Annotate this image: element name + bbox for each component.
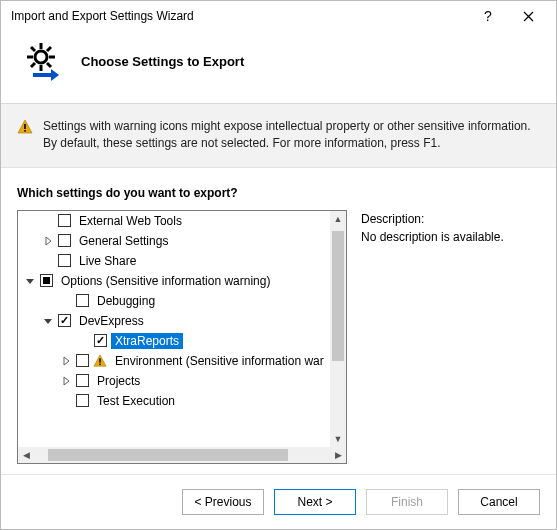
page-title: Choose Settings to Export: [81, 54, 244, 69]
checkbox[interactable]: [76, 354, 89, 367]
title-bar: Import and Export Settings Wizard ?: [1, 1, 556, 31]
tree-node[interactable]: Debugging: [18, 291, 330, 311]
tree-node[interactable]: XtraReports: [18, 331, 330, 351]
tree-node[interactable]: Test Execution: [18, 391, 330, 411]
wizard-header: Choose Settings to Export: [1, 31, 556, 104]
close-icon: [523, 11, 534, 22]
help-button[interactable]: ?: [468, 4, 508, 28]
scroll-left-icon[interactable]: ◀: [18, 447, 34, 463]
svg-rect-1: [24, 124, 26, 129]
tree-node-label: Options (Sensitive information warning): [57, 273, 274, 289]
warning-icon: [17, 119, 33, 135]
next-button[interactable]: Next >: [274, 489, 356, 515]
gear-export-icon: [19, 37, 67, 85]
export-prompt: Which settings do you want to export?: [17, 186, 540, 200]
checkbox[interactable]: [58, 254, 71, 267]
previous-button[interactable]: < Previous: [182, 489, 264, 515]
checkbox[interactable]: [58, 314, 71, 327]
tree-node[interactable]: General Settings: [18, 231, 330, 251]
tree-node[interactable]: External Web Tools: [18, 211, 330, 231]
wizard-footer: < Previous Next > Finish Cancel: [1, 474, 556, 529]
tree-node[interactable]: DevExpress: [18, 311, 330, 331]
checkbox[interactable]: [94, 334, 107, 347]
svg-rect-4: [99, 363, 100, 364]
cancel-button[interactable]: Cancel: [458, 489, 540, 515]
wizard-content: Which settings do you want to export? Ex…: [1, 168, 556, 474]
settings-tree[interactable]: External Web ToolsGeneral SettingsLive S…: [18, 211, 346, 447]
chevron-down-icon[interactable]: [42, 315, 54, 327]
svg-point-0: [35, 51, 47, 63]
svg-rect-3: [99, 358, 100, 362]
checkbox[interactable]: [58, 234, 71, 247]
vertical-scrollbar[interactable]: ▲ ▼: [330, 211, 346, 447]
description-label: Description:: [361, 212, 540, 226]
tree-node-label: External Web Tools: [75, 213, 186, 229]
vertical-scroll-thumb[interactable]: [332, 231, 344, 361]
horizontal-scroll-thumb[interactable]: [48, 449, 288, 461]
scroll-down-icon[interactable]: ▼: [330, 431, 346, 447]
description-text: No description is available.: [361, 230, 540, 244]
tree-node[interactable]: Projects: [18, 371, 330, 391]
warning-banner: Settings with warning icons might expose…: [1, 104, 556, 168]
chevron-down-icon[interactable]: [24, 275, 36, 287]
chevron-right-icon[interactable]: [42, 235, 54, 247]
warning-text: Settings with warning icons might expose…: [43, 118, 540, 153]
checkbox[interactable]: [76, 374, 89, 387]
description-panel: Description: No description is available…: [361, 210, 540, 464]
tree-node-label: XtraReports: [111, 333, 183, 349]
settings-tree-container: External Web ToolsGeneral SettingsLive S…: [17, 210, 347, 464]
tree-node[interactable]: Options (Sensitive information warning): [18, 271, 330, 291]
close-button[interactable]: [508, 4, 548, 28]
horizontal-scrollbar[interactable]: ◀ ▶: [18, 447, 346, 463]
scroll-right-icon[interactable]: ▶: [330, 447, 346, 463]
tree-node-label: Environment (Sensitive information war: [111, 353, 328, 369]
finish-button: Finish: [366, 489, 448, 515]
checkbox[interactable]: [76, 394, 89, 407]
chevron-right-icon[interactable]: [60, 375, 72, 387]
tree-node-label: Projects: [93, 373, 144, 389]
checkbox[interactable]: [40, 274, 53, 287]
chevron-right-icon[interactable]: [60, 355, 72, 367]
svg-rect-2: [24, 130, 26, 132]
tree-node-label: General Settings: [75, 233, 172, 249]
checkbox[interactable]: [58, 214, 71, 227]
tree-node-label: DevExpress: [75, 313, 148, 329]
tree-node[interactable]: Live Share: [18, 251, 330, 271]
checkbox[interactable]: [76, 294, 89, 307]
tree-node[interactable]: Environment (Sensitive information war: [18, 351, 330, 371]
window-title: Import and Export Settings Wizard: [11, 9, 468, 23]
tree-node-label: Live Share: [75, 253, 140, 269]
tree-node-label: Debugging: [93, 293, 159, 309]
tree-node-label: Test Execution: [93, 393, 179, 409]
scroll-up-icon[interactable]: ▲: [330, 211, 346, 227]
